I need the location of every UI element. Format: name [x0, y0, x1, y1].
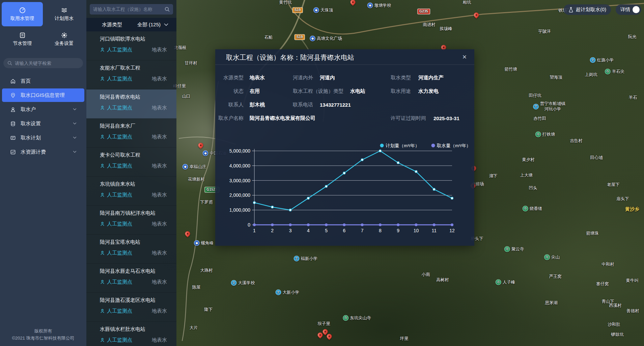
svg-text:3: 3 — [289, 228, 292, 233]
field-value: 2025-03-31 — [433, 115, 459, 121]
field-value: 水力发电 — [418, 88, 439, 95]
home-icon — [10, 78, 16, 84]
svg-text:4,000,000: 4,000,000 — [229, 163, 250, 168]
svg-text:11: 11 — [431, 228, 437, 233]
over-plan-button[interactable]: 超计划取水(0) — [564, 4, 611, 15]
monitor-type: 人工监测点 — [100, 279, 132, 285]
field-label: 联系电话 — [293, 102, 313, 108]
sidebar: 取用水管理计划用水节水管理业务设置 首页取水口GIS信息管理取水户取水设置取水计… — [0, 0, 86, 346]
monitor-type: 人工监测点 — [100, 163, 132, 169]
svg-text:1: 1 — [253, 228, 256, 233]
person-icon — [100, 163, 105, 168]
list-item[interactable]: 水唇镇水栏肚水电站 人工监测点 地表水 — [86, 322, 176, 346]
detail-field: 联系电话13432771221 — [293, 98, 351, 111]
person-icon — [100, 105, 105, 110]
module-节水管理[interactable]: 节水管理 — [2, 27, 43, 51]
billing-icon — [10, 149, 16, 155]
list-item[interactable]: 陆河县宝塔水电站 人工监测点 地表水 — [86, 235, 176, 264]
over-plan-label: 超计划取水(0) — [576, 6, 606, 13]
person-icon — [100, 134, 105, 139]
monitor-type: 人工监测点 — [100, 192, 132, 198]
sidebar-item-取水户[interactable]: 取水户 — [2, 103, 84, 116]
facility-name: 河口镇唱歌潭水电站 — [100, 36, 167, 42]
person-icon — [100, 338, 105, 343]
list-item[interactable]: 河口镇唱歌潭水电站 人工监测点 地表水 — [86, 31, 176, 60]
field-value: 河道内生产 — [418, 75, 444, 81]
field-value: 在用 — [250, 88, 260, 95]
field-label: 联系人 — [215, 102, 244, 108]
detail-field: 许可证过期时间2025-03-31 — [391, 111, 459, 125]
monitor-type: 人工监测点 — [100, 250, 132, 256]
sidebar-item-label: 取水计划 — [21, 135, 41, 141]
close-icon[interactable]: × — [460, 53, 469, 61]
list-item[interactable]: 陆河县青磜水电站 人工监测点 地表水 — [86, 89, 176, 118]
person-icon — [100, 192, 105, 197]
water-source-type: 地表水 — [152, 47, 167, 53]
person-icon — [100, 76, 105, 81]
module-label: 业务设置 — [55, 41, 74, 47]
facility-search[interactable] — [90, 4, 173, 15]
facility-name: 水唇镇水栏肚水电站 — [100, 326, 167, 332]
list-item[interactable]: 陆河县激石溪老区水电站 人工监测点 地表水 — [86, 293, 176, 322]
gauge-icon — [19, 7, 26, 14]
pin-icon — [10, 92, 16, 98]
sidebar-search[interactable] — [3, 58, 83, 68]
facility-search-input[interactable] — [93, 7, 165, 12]
module-label: 取用水管理 — [10, 16, 34, 22]
water-source-type: 地表水 — [152, 221, 167, 227]
chevron-down-icon — [73, 107, 77, 111]
person-icon — [100, 221, 105, 227]
toggle-knob[interactable] — [633, 6, 640, 13]
list-item[interactable]: 友能水厂取水工程 人工监测点 地表水 — [86, 60, 176, 89]
sidebar-item-水资源计费[interactable]: 水资源计费 — [2, 145, 84, 159]
field-label: 状态 — [215, 88, 244, 95]
svg-text:2,000,000: 2,000,000 — [229, 192, 250, 198]
gear-icon — [61, 32, 67, 38]
list-item[interactable]: 陆河县南万镇杞洋水电站 人工监测点 地表水 — [86, 206, 176, 235]
svg-text:1,000,000: 1,000,000 — [229, 207, 250, 213]
field-label: 取水户名称 — [215, 115, 244, 122]
sidebar-item-取水口GIS信息管理[interactable]: 取水口GIS信息管理 — [2, 88, 84, 102]
module-switcher: 取用水管理计划用水节水管理业务设置 — [0, 0, 86, 53]
usage-chart: 01,000,0002,000,0003,000,0004,000,0005,0… — [215, 139, 474, 243]
svg-text:2: 2 — [271, 228, 274, 233]
list-item[interactable]: 陆河县自来水厂 人工监测点 地表水 — [86, 118, 176, 148]
list-item[interactable]: 东坑镇自来水站 人工监测点 地表水 — [86, 177, 176, 206]
search-icon — [165, 7, 170, 12]
sidebar-search-input[interactable] — [15, 61, 72, 66]
water-source-type: 地表水 — [152, 250, 167, 256]
svg-text:3,000,000: 3,000,000 — [229, 178, 250, 183]
sidebar-item-label: 取水口GIS信息管理 — [21, 92, 65, 99]
facility-list-panel: 水源类型 全部 (125) 河口镇唱歌潭水电站 人工监测点 地表水 友能水厂取水… — [86, 0, 176, 346]
facility-name: 友能水厂取水工程 — [100, 65, 167, 71]
monitor-type: 人工监测点 — [100, 76, 132, 82]
person-icon — [100, 309, 105, 314]
module-取用水管理[interactable]: 取用水管理 — [2, 2, 43, 26]
flask-icon — [568, 7, 573, 12]
detail-field: 取水户名称陆河县青磜水电发展有限公司 — [215, 111, 315, 125]
svg-text:8: 8 — [379, 228, 382, 233]
facility-name: 陆河县青磜水电站 — [100, 94, 167, 100]
list-item[interactable]: 麦卡公司取水工程 人工监测点 地表水 — [86, 148, 176, 177]
person-icon — [100, 280, 105, 285]
sidebar-item-取水计划[interactable]: 取水计划 — [2, 131, 84, 144]
filter-value: 全部 (125) — [137, 22, 161, 28]
person-icon — [100, 250, 105, 256]
detail-field: 状态在用 — [215, 84, 260, 98]
monitor-type: 人工监测点 — [100, 221, 132, 227]
module-业务设置[interactable]: 业务设置 — [44, 27, 85, 51]
svg-text:12: 12 — [449, 228, 455, 233]
detail-field: 取水用途水力发电 — [391, 84, 439, 98]
field-value: 地表水 — [250, 75, 265, 81]
field-value: 陆河县青磜水电发展有限公司 — [250, 115, 315, 122]
monitor-type: 人工监测点 — [100, 134, 132, 140]
list-item[interactable]: 陆河县水唇走马石水电站 人工监测点 地表水 — [86, 264, 176, 293]
source-type-filter[interactable]: 水源类型 全部 (125) — [86, 18, 176, 31]
sidebar-item-取水设置[interactable]: 取水设置 — [2, 117, 84, 130]
module-计划用水[interactable]: 计划用水 — [44, 2, 85, 26]
field-label: 河道内外 — [293, 75, 313, 81]
facility-detail-modal: 取水工程（设施）名称：陆河县青磜水电站 × 水源类型地表水河道内外河道内取水类型… — [215, 49, 474, 246]
sidebar-item-首页[interactable]: 首页 — [2, 74, 84, 88]
module-label: 计划用水 — [55, 16, 74, 22]
detail-toggle[interactable]: 详情 — [616, 4, 641, 15]
